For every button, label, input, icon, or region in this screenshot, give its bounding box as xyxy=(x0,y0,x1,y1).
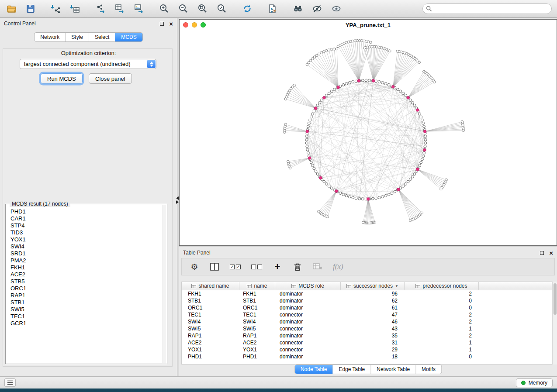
open-file-icon[interactable] xyxy=(5,3,17,15)
result-list-scrollbar[interactable] xyxy=(163,205,166,363)
result-list-item[interactable]: SWI4 xyxy=(10,243,166,250)
toggle-columns-icon[interactable] xyxy=(210,261,219,272)
graph-node[interactable] xyxy=(309,59,312,62)
graph-node[interactable] xyxy=(423,130,426,133)
graph-node[interactable] xyxy=(310,161,312,164)
graph-node[interactable] xyxy=(306,145,308,148)
graph-node[interactable] xyxy=(389,50,391,52)
graph-node[interactable] xyxy=(306,63,308,66)
graph-node[interactable] xyxy=(411,175,414,178)
graph-node[interactable] xyxy=(416,109,419,112)
graph-node[interactable] xyxy=(308,157,311,160)
graph-node[interactable] xyxy=(378,196,381,199)
graph-node[interactable] xyxy=(421,158,423,161)
graph-node[interactable] xyxy=(409,99,412,101)
graph-node[interactable] xyxy=(419,164,421,167)
result-list-item[interactable]: TID3 xyxy=(10,229,166,236)
tab-network[interactable]: Network xyxy=(35,33,65,41)
graph-node[interactable] xyxy=(462,129,465,132)
graph-node[interactable] xyxy=(319,176,322,179)
graph-node[interactable] xyxy=(310,116,312,118)
graph-node[interactable] xyxy=(336,48,338,50)
graph-node[interactable] xyxy=(422,122,425,124)
result-list-item[interactable]: YOX1 xyxy=(10,236,166,243)
graph-node[interactable] xyxy=(361,79,364,82)
graph-node[interactable] xyxy=(316,104,319,107)
graph-node[interactable] xyxy=(381,81,384,84)
add-column-icon[interactable]: + xyxy=(273,261,282,272)
graph-node[interactable] xyxy=(333,88,336,91)
graph-node[interactable] xyxy=(394,190,396,193)
graph-node[interactable] xyxy=(358,197,361,200)
result-list-item[interactable]: ACE2 xyxy=(10,271,166,278)
window-minimize-icon[interactable] xyxy=(192,22,197,28)
graph-node[interactable] xyxy=(325,182,328,185)
graph-node[interactable] xyxy=(322,96,325,99)
graph-node[interactable] xyxy=(421,119,423,121)
window-close-icon[interactable] xyxy=(183,22,188,28)
graph-node[interactable] xyxy=(407,180,409,183)
graph-node[interactable] xyxy=(419,113,421,115)
table-scrollbar-thumb[interactable] xyxy=(554,283,557,315)
window-maximize-icon[interactable] xyxy=(201,22,206,28)
graph-node[interactable] xyxy=(370,41,372,44)
graph-node[interactable] xyxy=(405,94,407,97)
table-row[interactable]: YOX1YOX1connector291 xyxy=(182,346,552,353)
graph-node[interactable] xyxy=(423,151,426,154)
result-list-item[interactable]: ORC1 xyxy=(10,285,166,292)
graph-node[interactable] xyxy=(423,125,426,128)
graph-node[interactable] xyxy=(391,192,393,195)
deselect-all-icon[interactable] xyxy=(251,261,262,272)
graph-node[interactable] xyxy=(352,196,354,199)
table-row[interactable]: STB1STB1dominator620 xyxy=(182,297,552,304)
graph-node[interactable] xyxy=(399,90,402,93)
table-row[interactable]: ACE2ACE2connector311 xyxy=(182,339,552,346)
result-list-item[interactable]: STB5 xyxy=(10,278,166,285)
apply-layout-icon[interactable] xyxy=(241,3,253,15)
graph-node[interactable] xyxy=(320,52,323,54)
graph-node[interactable] xyxy=(330,48,333,51)
export-document-icon[interactable] xyxy=(266,3,279,15)
graph-node[interactable] xyxy=(330,90,333,93)
tab-style[interactable]: Style xyxy=(65,33,89,41)
graph-node[interactable] xyxy=(409,178,412,181)
result-list-item[interactable]: STB1 xyxy=(10,299,166,306)
graph-node[interactable] xyxy=(287,160,289,163)
graph-node[interactable] xyxy=(311,58,314,60)
graph-node[interactable] xyxy=(384,194,387,197)
graph-node[interactable] xyxy=(328,185,330,187)
select-all-icon[interactable]: ✓✓ xyxy=(230,261,241,272)
fit-content-icon[interactable] xyxy=(197,3,209,15)
graph-node[interactable] xyxy=(402,185,405,187)
graph-node[interactable] xyxy=(365,79,367,82)
graph-node[interactable] xyxy=(318,53,320,55)
zoom-selected-icon[interactable] xyxy=(216,3,228,15)
graph-node[interactable] xyxy=(411,101,414,104)
graph-node[interactable] xyxy=(315,170,317,172)
memory-button[interactable]: Memory xyxy=(516,378,553,387)
graph-node[interactable] xyxy=(391,85,394,88)
graph-node[interactable] xyxy=(318,210,320,213)
graph-node[interactable] xyxy=(424,135,427,138)
graph-node[interactable] xyxy=(314,107,317,110)
graph-node[interactable] xyxy=(318,101,321,104)
graph-node[interactable] xyxy=(335,189,338,193)
graph-node[interactable] xyxy=(337,86,340,89)
graph-node[interactable] xyxy=(342,193,345,196)
result-list-item[interactable]: PHD1 xyxy=(10,208,166,215)
graph-node[interactable] xyxy=(345,83,348,85)
import-table-icon[interactable] xyxy=(69,3,81,15)
graph-node[interactable] xyxy=(349,40,352,43)
graph-node[interactable] xyxy=(372,79,375,83)
table-row[interactable]: TEC1TEC1connector472 xyxy=(182,311,552,318)
tab-motifs[interactable]: Motifs xyxy=(415,365,441,374)
graph-node[interactable] xyxy=(355,197,357,199)
graph-node[interactable] xyxy=(413,104,416,107)
result-list-item[interactable]: TEC1 xyxy=(10,313,166,320)
export-network-icon[interactable] xyxy=(94,3,107,15)
result-list-item[interactable]: CAR1 xyxy=(10,215,166,222)
graph-node[interactable] xyxy=(345,194,348,197)
graph-node[interactable] xyxy=(330,187,333,189)
graph-node[interactable] xyxy=(339,192,342,195)
graph-node[interactable] xyxy=(397,188,400,191)
